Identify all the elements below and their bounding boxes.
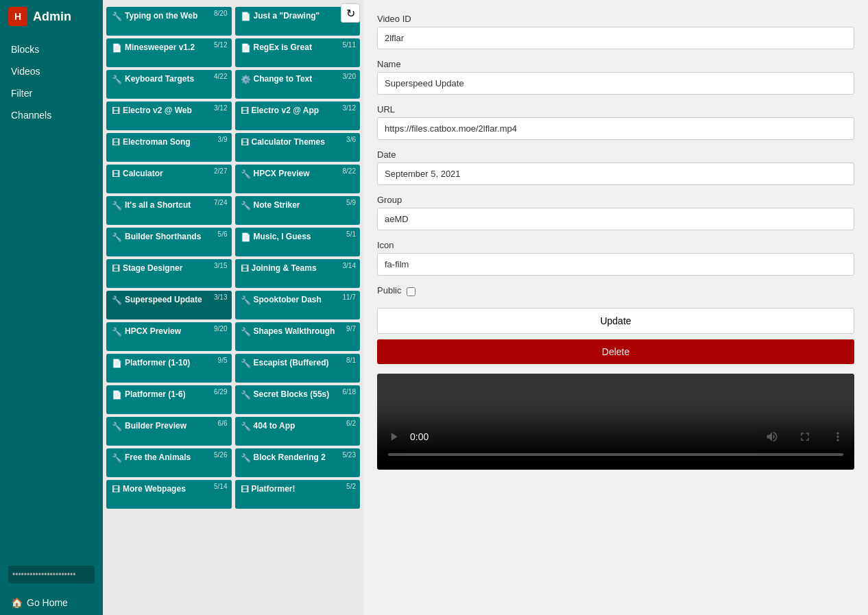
video-item[interactable]: 🎞Electro v2 @ App3/12	[235, 101, 361, 130]
file-icon: 📄	[241, 232, 251, 242]
wrench-icon: 🔧	[112, 232, 122, 242]
video-item[interactable]: 📄Platformer (1-6)6/29	[106, 385, 232, 414]
video-item-date: 3/12	[214, 104, 227, 112]
video-item[interactable]: 🔧Builder Shorthands5/6	[106, 228, 232, 256]
sidebar-item-videos[interactable]: Videos	[0, 60, 103, 82]
video-item-date: 6/18	[343, 388, 356, 396]
video-item-date: 3/12	[343, 104, 356, 112]
video-item-date: 3/6	[346, 136, 356, 143]
video-player[interactable]	[377, 374, 854, 470]
wrench-icon: 🔧	[112, 75, 122, 84]
public-row: Public	[377, 285, 854, 298]
video-item-title: Superspeed Update	[125, 295, 221, 306]
wrench-icon: 🔧	[112, 296, 122, 305]
video-item-date: 8/20	[214, 10, 227, 17]
password-input[interactable]	[8, 566, 95, 583]
update-button[interactable]: Update	[377, 308, 854, 334]
video-item-title: Calculator	[123, 169, 182, 180]
url-input[interactable]	[377, 117, 854, 140]
video-item[interactable]: 🎞Electroman Song3/9	[106, 133, 232, 162]
video-item-date: 5/14	[214, 483, 227, 490]
film-icon: 🎞	[112, 106, 120, 116]
video-item[interactable]: 🎞Platformer!5/2	[235, 480, 361, 509]
video-item-date: 11/7	[343, 293, 356, 301]
video-item[interactable]: 🔧Escapist (Buffered)8/1	[235, 354, 361, 383]
wrench-icon: 🔧	[112, 422, 122, 431]
video-item[interactable]: 🔧Spooktober Dash11/7	[235, 291, 361, 319]
icon-input[interactable]	[377, 253, 854, 276]
date-input[interactable]	[377, 162, 854, 185]
video-item[interactable]: 🎞Stage Designer3/15	[106, 259, 232, 288]
video-item-date: 9/7	[346, 325, 356, 333]
video-id-input[interactable]	[377, 27, 854, 49]
video-list: ↻ 🔧Typing on the Web8/20📄Minesweeper v1.…	[103, 0, 363, 615]
video-item-date: 4/22	[214, 73, 227, 80]
video-item-title: Block Rendering 2	[254, 453, 345, 463]
video-item-title: Keyboard Targets	[125, 74, 213, 85]
video-item-title: Just a "Drawing"	[254, 11, 339, 22]
gear-icon: ⚙️	[241, 75, 251, 84]
group-label: Group	[377, 195, 854, 205]
video-item-title: Electro v2 @ App	[252, 106, 339, 117]
video-id-group: Video ID	[377, 14, 854, 49]
video-item[interactable]: 🔧Shapes Walkthrough9/7	[235, 322, 361, 351]
name-input[interactable]	[377, 72, 854, 95]
video-item[interactable]: 📄Platformer (1-10)9/5	[106, 354, 232, 383]
video-item[interactable]: 🔧Block Rendering 25/23	[235, 448, 361, 477]
video-item-title: Spooktober Dash	[254, 295, 341, 306]
date-label: Date	[377, 149, 854, 160]
file-icon: 📄	[112, 390, 122, 400]
video-item[interactable]: 🎞More Webpages5/14	[106, 480, 232, 509]
video-item[interactable]: 🔧Note Striker5/9	[235, 196, 361, 225]
sidebar-item-channels[interactable]: Channels	[0, 104, 103, 126]
delete-button[interactable]: Delete	[377, 339, 854, 364]
video-item-date: 9/5	[218, 357, 228, 364]
video-item-title: RegEx is Great	[254, 43, 331, 53]
video-item-title: Electroman Song	[123, 137, 210, 148]
video-item[interactable]: 📄Music, I Guess5/1	[235, 228, 361, 256]
group-input[interactable]	[377, 208, 854, 230]
video-item-title: It's all a Shortcut	[125, 200, 210, 211]
video-item[interactable]: 🎞Calculator2/27	[106, 165, 232, 193]
video-item[interactable]: 🎞Electro v2 @ Web3/12	[106, 101, 232, 130]
name-group: Name	[377, 59, 854, 95]
video-item-date: 7/24	[214, 199, 227, 206]
refresh-button[interactable]: ↻	[341, 3, 360, 23]
video-item[interactable]: 🎞Joining & Teams3/14	[235, 259, 361, 288]
video-item-date: 3/9	[218, 136, 228, 143]
video-id-label: Video ID	[377, 14, 854, 24]
video-item-title: Music, I Guess	[254, 232, 330, 243]
video-item-title: Shapes Walkthrough	[254, 326, 354, 337]
video-item[interactable]: ⚙️Change to Text3/20	[235, 70, 361, 99]
video-item-date: 5/2	[346, 483, 356, 490]
video-item[interactable]: 📄RegEx is Great5/11	[235, 38, 361, 67]
video-item[interactable]: 🔧404 to App6/2	[235, 417, 361, 446]
detail-panel: Video ID Name URL Date Group Icon Public…	[363, 0, 868, 615]
video-item[interactable]: 🔧Superspeed Update3/13	[106, 291, 232, 319]
video-item[interactable]: 🔧Builder Preview6/6	[106, 417, 232, 446]
video-item[interactable]: 🎞Calculator Themes3/6	[235, 133, 361, 162]
sidebar-nav: Blocks Videos Filter Channels	[0, 33, 103, 559]
go-home-button[interactable]: 🏠 Go Home	[0, 590, 103, 615]
film-icon: 🎞	[241, 264, 249, 274]
film-icon: 🎞	[112, 169, 120, 179]
video-item[interactable]: 🔧Typing on the Web8/20	[106, 7, 232, 36]
video-item[interactable]: 🔧Keyboard Targets4/22	[106, 70, 232, 99]
app-logo: H	[8, 7, 27, 26]
video-item[interactable]: 🔧Free the Animals5/26	[106, 448, 232, 477]
video-item-title: HPCX Preview	[254, 169, 329, 180]
video-item-title: Electro v2 @ Web	[123, 106, 211, 117]
video-item[interactable]: 🔧HPCX Preview8/22	[235, 165, 361, 193]
public-checkbox[interactable]	[407, 287, 415, 296]
video-item-date: 8/22	[343, 167, 356, 175]
wrench-icon: 🔧	[241, 296, 251, 305]
video-item-date: 5/1	[346, 230, 356, 238]
home-icon: 🏠	[11, 597, 23, 608]
sidebar-item-blocks[interactable]: Blocks	[0, 38, 103, 60]
video-item[interactable]: 🔧It's all a Shortcut7/24	[106, 196, 232, 225]
sidebar-item-filter[interactable]: Filter	[0, 82, 103, 104]
video-item[interactable]: 🔧HPCX Preview9/20	[106, 322, 232, 351]
wrench-icon: 🔧	[241, 453, 251, 463]
video-item[interactable]: 📄Minesweeper v1.25/12	[106, 38, 232, 67]
video-item[interactable]: 🔧Secret Blocks (55s)6/18	[235, 385, 361, 414]
